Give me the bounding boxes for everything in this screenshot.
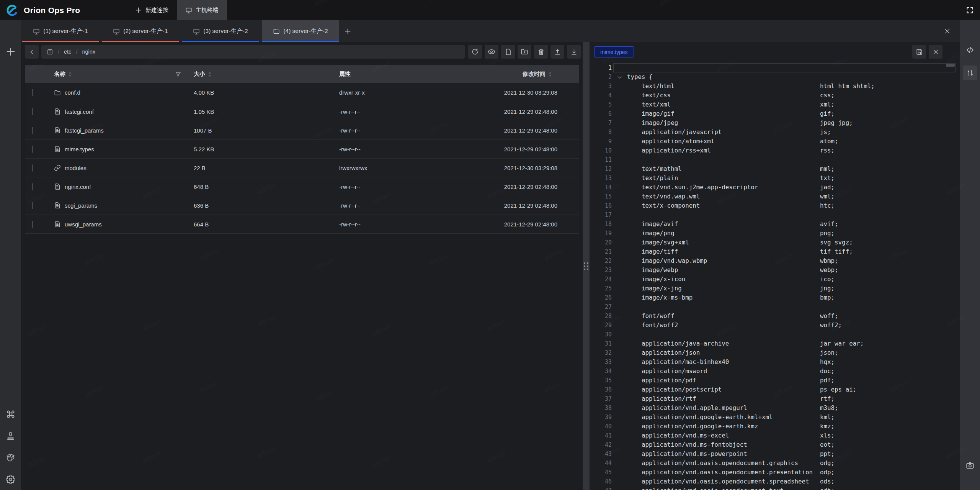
line-number: 19	[590, 229, 612, 238]
column-header-mtime[interactable]: 修改时间	[523, 70, 546, 78]
file-row-nginx.conf[interactable]: nginx.conf648 B-rw-r--r--2021-12-29 02:4…	[25, 177, 579, 196]
line-number: 37	[590, 394, 612, 403]
fold-gutter	[612, 330, 627, 339]
terminal-tab-4[interactable]: (4) server-生产-2	[262, 20, 339, 42]
new-folder-button[interactable]	[518, 45, 531, 59]
file-row-scgi_params[interactable]: scgi_params636 B-rw-r--r--2021-12-29 02:…	[25, 196, 579, 215]
sort-icon[interactable]	[68, 71, 72, 77]
file-attr: -rw-r--r--	[339, 108, 494, 115]
code-line-7: 7 image/jpeg jpeg jpg;	[590, 118, 960, 128]
new-file-button[interactable]	[501, 45, 515, 59]
file-icon	[54, 108, 61, 115]
row-checkbox[interactable]	[32, 164, 33, 172]
editor-scrollbar-thumb[interactable]	[946, 64, 955, 67]
fullscreen-icon[interactable]	[966, 6, 974, 14]
fold-gutter	[612, 422, 627, 431]
open-file-tab[interactable]: mime.types	[594, 46, 634, 57]
code-text: image/vnd.wap.wbmp wbmp;	[627, 256, 838, 265]
code-line-4: 4 text/css css;	[590, 91, 960, 100]
column-header-size[interactable]: 大小	[194, 70, 205, 78]
row-checkbox[interactable]	[32, 108, 33, 115]
file-row-fastcgi.conf[interactable]: fastcgi.conf1.05 KB-rw-r--r--2021-12-29 …	[25, 102, 579, 121]
code-text: image/png png;	[627, 229, 835, 238]
fold-gutter	[612, 128, 627, 137]
root-list-icon[interactable]	[47, 49, 53, 55]
file-row-modules[interactable]: modules22 Blrwxrwxrwx2021-12-30 03:29:08	[25, 158, 579, 177]
file-row-conf.d[interactable]: conf.d4.00 KBdrwxr-xr-x2021-12-30 03:29:…	[25, 83, 579, 102]
file-size: 664 B	[194, 221, 339, 228]
column-header-attr[interactable]: 属性	[339, 70, 351, 78]
code-line-20: 20 image/svg+xml svg svgz;	[590, 238, 960, 247]
code-text: application/vnd.oasis.opendocument.text …	[627, 486, 835, 490]
refresh-icon	[471, 48, 479, 56]
menu-host-terminal[interactable]: 主机终端	[177, 0, 227, 20]
save-button[interactable]	[912, 45, 926, 59]
file-table-header: 名称 大小 属性 修改时间	[25, 65, 579, 83]
code-panel-icon[interactable]	[966, 46, 975, 54]
line-number: 13	[590, 174, 612, 183]
brand: Orion Ops Pro	[0, 0, 126, 20]
file-row-fastcgi_params[interactable]: fastcgi_params1007 B-rw-r--r--2021-12-29…	[25, 121, 579, 139]
back-button[interactable]	[25, 45, 39, 59]
code-line-31: 31 application/java-archive jar war ear;	[590, 339, 960, 348]
row-checkbox[interactable]	[32, 183, 33, 190]
column-header-name[interactable]: 名称	[54, 70, 65, 78]
file-mtime: 2021-12-29 02:48:00	[494, 184, 579, 190]
file-size: 648 B	[194, 184, 339, 190]
sort-icon[interactable]	[208, 71, 212, 77]
stamp-icon[interactable]	[5, 431, 16, 441]
row-checkbox[interactable]	[32, 221, 33, 228]
add-tab-button[interactable]	[339, 20, 356, 42]
panel-splitter[interactable]	[583, 42, 590, 490]
code-editor[interactable]: 12types {3 text/html html htm shtml;4 te…	[590, 61, 960, 490]
terminal-tab-1[interactable]: (1) server-生产-1	[22, 20, 99, 42]
delete-button[interactable]	[534, 45, 548, 59]
file-row-uwsgi_params[interactable]: uwsgi_params664 B-rw-r--r--2021-12-29 02…	[25, 215, 579, 233]
upload-button[interactable]	[550, 45, 564, 59]
screenshot-camera-icon[interactable]	[966, 461, 975, 470]
preview-button[interactable]	[485, 45, 498, 59]
file-size: 1007 B	[194, 127, 339, 134]
code-line-23: 23 image/webp webp;	[590, 265, 960, 275]
sidebar-add-button[interactable]	[5, 46, 17, 58]
fold-chevron-icon[interactable]	[612, 72, 627, 82]
code-text: font/woff2 woff2;	[627, 321, 842, 330]
swap-panels-icon[interactable]	[963, 66, 977, 80]
sort-icon[interactable]	[548, 71, 552, 77]
row-checkbox[interactable]	[32, 202, 33, 209]
download-icon	[570, 48, 578, 56]
menu-new-connection[interactable]: 新建连接	[126, 0, 177, 20]
row-checkbox[interactable]	[32, 127, 33, 134]
row-checkbox[interactable]	[32, 146, 33, 153]
code-line-10: 10 application/rss+xml rss;	[590, 146, 960, 155]
code-line-32: 32 application/json json;	[590, 348, 960, 357]
file-attr: -rw-r--r--	[339, 202, 494, 209]
breadcrumb-segment-nginx[interactable]: nginx	[82, 49, 95, 55]
command-icon[interactable]	[5, 409, 16, 419]
breadcrumb-segment-etc[interactable]: etc	[64, 49, 71, 55]
refresh-button[interactable]	[468, 45, 482, 59]
file-row-mime.types[interactable]: mime.types5.22 KB-rw-r--r--2021-12-29 02…	[25, 139, 579, 158]
file-name: fastcgi.conf	[65, 108, 94, 115]
terminal-tab-2[interactable]: (2) server-生产-1	[102, 20, 179, 42]
line-number: 3	[590, 82, 612, 91]
download-button[interactable]	[567, 45, 581, 59]
file-name: modules	[65, 165, 87, 171]
code-text: image/webp webp;	[627, 265, 838, 275]
terminal-tab-3[interactable]: (3) server-生产-2	[182, 20, 259, 42]
line-number: 27	[590, 302, 612, 311]
settings-gear-icon[interactable]	[5, 474, 16, 485]
filter-icon[interactable]	[175, 71, 181, 77]
right-sidebar	[960, 20, 980, 490]
file-manager-panel: / etc / nginx 名称 大小 属性	[21, 42, 583, 490]
close-editor-button[interactable]	[929, 45, 942, 59]
fold-gutter	[612, 468, 627, 477]
close-panel-button[interactable]	[944, 20, 951, 42]
code-text: image/jpeg jpeg jpg;	[627, 118, 853, 128]
file-icon	[54, 221, 61, 228]
theme-palette-icon[interactable]	[5, 452, 16, 463]
code-text: application/msword doc;	[627, 367, 835, 376]
row-checkbox[interactable]	[32, 89, 33, 96]
code-line-17: 17	[590, 210, 960, 220]
preview-icon	[488, 48, 495, 56]
